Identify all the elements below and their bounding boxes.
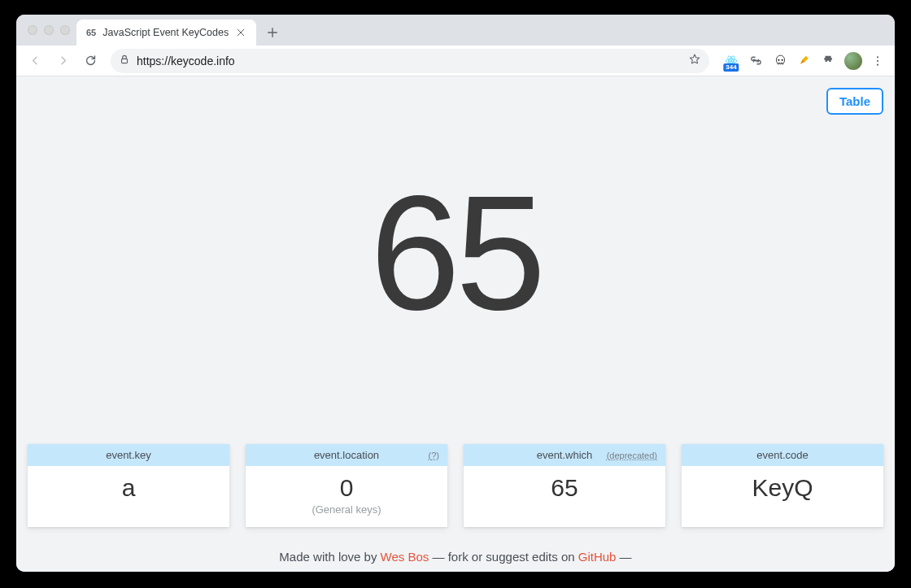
traffic-light-close[interactable] (28, 25, 37, 35)
tab-favicon: 65 (86, 28, 96, 37)
svg-rect-0 (122, 59, 128, 63)
card-body: KeyQ (682, 466, 883, 513)
extension-link-icon[interactable] (745, 50, 766, 72)
card-body: a (28, 466, 229, 513)
extension-react-devtools-icon[interactable]: 344 (721, 50, 742, 72)
extensions-puzzle-icon[interactable] (818, 50, 839, 72)
footer-prefix: Made with love by (279, 550, 380, 564)
table-toggle-button[interactable]: Table (826, 88, 883, 115)
bookmark-star-icon[interactable] (688, 53, 701, 68)
tab-title: JavaScript Event KeyCodes (102, 27, 229, 38)
forward-button[interactable] (50, 49, 75, 73)
card-header-deprecated-link[interactable]: (deprecated) (607, 451, 657, 460)
card-value: a (34, 474, 223, 502)
card-header: event.key (28, 444, 229, 466)
card-event-code: event.code KeyQ (682, 444, 883, 527)
card-header: event.code (682, 444, 883, 466)
card-value: KeyQ (688, 474, 877, 502)
card-header-help-link[interactable]: (?) (429, 451, 439, 460)
card-event-which: event.which (deprecated) 65 (464, 444, 665, 527)
browser-tab[interactable]: 65 JavaScript Event KeyCodes (76, 20, 256, 46)
svg-point-9 (877, 63, 878, 65)
avatar-icon (844, 52, 862, 70)
browser-toolbar: https://keycode.info 344 (16, 46, 895, 76)
card-body: 0 (General keys) (246, 466, 447, 527)
tab-close-button[interactable] (235, 27, 246, 38)
event-cards-row: event.key a event.location (?) 0 (Genera… (16, 444, 895, 527)
extensions-row: 344 (721, 50, 888, 72)
footer-suffix: — (616, 550, 631, 564)
traffic-light-zoom[interactable] (60, 25, 70, 35)
url-text: https://keycode.info (137, 54, 682, 68)
address-bar[interactable]: https://keycode.info (111, 49, 709, 73)
svg-point-7 (877, 56, 878, 58)
card-header: event.which (deprecated) (464, 444, 665, 466)
card-header-label: event.location (314, 449, 379, 461)
keycode-hero: 65 (16, 76, 895, 429)
reload-button[interactable] (78, 49, 102, 73)
page-content: Table 65 event.key a event.location (?) … (16, 76, 895, 572)
browser-menu-button[interactable] (867, 50, 888, 72)
svg-point-6 (781, 59, 782, 61)
card-header-label: event.code (756, 449, 809, 461)
card-event-key: event.key a (28, 444, 229, 527)
keycode-display: 65 (370, 172, 541, 334)
svg-point-5 (778, 59, 779, 61)
card-body: 65 (464, 466, 665, 513)
extension-broom-icon[interactable] (794, 50, 815, 72)
svg-point-8 (877, 59, 878, 61)
back-button[interactable] (23, 49, 47, 73)
footer-mid: — fork or suggest edits on (429, 550, 578, 564)
browser-window: 65 JavaScript Event KeyCodes https://key… (16, 15, 895, 572)
footer-github-link[interactable]: GitHub (578, 550, 617, 564)
lock-icon (119, 54, 130, 68)
card-header-label: event.which (537, 449, 593, 461)
card-value: 0 (252, 474, 441, 502)
svg-point-1 (730, 59, 733, 62)
extension-badge: 344 (723, 63, 739, 72)
profile-avatar[interactable] (843, 50, 864, 72)
footer-credits: Made with love by Wes Bos — fork or sugg… (16, 527, 895, 572)
traffic-light-minimize[interactable] (44, 25, 54, 35)
card-event-location: event.location (?) 0 (General keys) (246, 444, 447, 527)
tab-strip: 65 JavaScript Event KeyCodes (16, 15, 895, 46)
extension-skull-icon[interactable] (769, 50, 791, 72)
new-tab-button[interactable] (261, 21, 284, 44)
card-subtext: (General keys) (252, 503, 441, 516)
card-value: 65 (470, 474, 659, 502)
card-header: event.location (?) (246, 444, 447, 466)
footer-author-link[interactable]: Wes Bos (381, 550, 429, 564)
card-header-label: event.key (106, 449, 151, 461)
window-controls (24, 15, 76, 46)
